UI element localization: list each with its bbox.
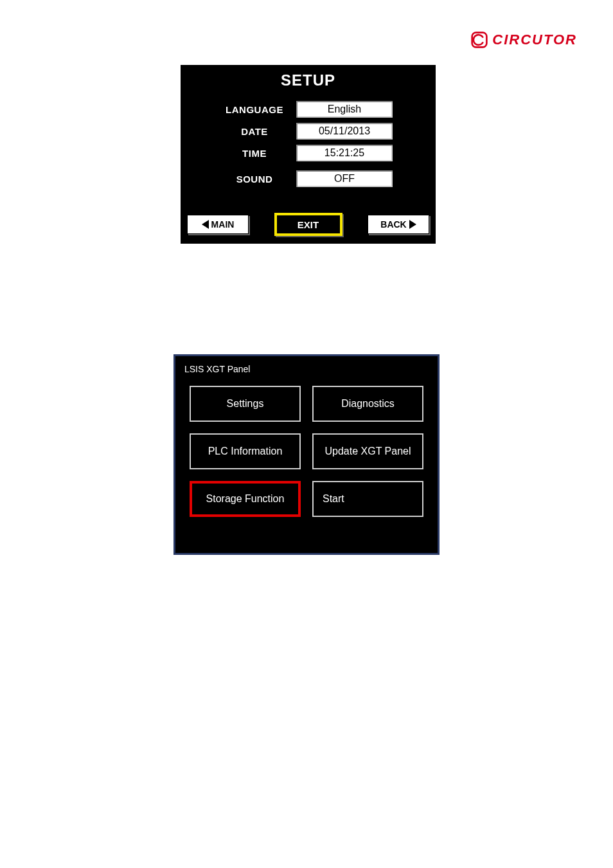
diagnostics-button-label: Diagnostics — [341, 398, 395, 410]
start-button[interactable]: Start — [312, 481, 423, 517]
brand-text: CIRCUTOR — [492, 32, 577, 48]
arrow-left-icon — [202, 220, 209, 229]
exit-button[interactable]: EXIT — [274, 213, 342, 236]
setup-row-sound: SOUND OFF — [181, 168, 436, 190]
xgt-grid: Settings Diagnostics PLC Information Upd… — [175, 386, 438, 517]
storage-function-button-label: Storage Function — [206, 493, 285, 505]
brand-icon — [470, 31, 488, 49]
plc-information-button-label: PLC Information — [208, 446, 283, 457]
setup-buttons: MAIN EXIT BACK — [187, 213, 429, 236]
time-value[interactable]: 15:21:25 — [296, 145, 393, 161]
plc-information-button[interactable]: PLC Information — [190, 433, 301, 469]
exit-button-label: EXIT — [298, 219, 319, 230]
back-button-label: BACK — [380, 219, 406, 230]
settings-button-label: Settings — [227, 398, 264, 410]
sound-label: SOUND — [213, 174, 296, 185]
xgt-panel: LSIS XGT Panel Settings Diagnostics PLC … — [173, 354, 440, 555]
diagnostics-button[interactable]: Diagnostics — [312, 386, 423, 422]
language-label: LANGUAGE — [213, 104, 296, 115]
arrow-right-icon — [409, 220, 416, 229]
update-xgt-panel-button[interactable]: Update XGT Panel — [312, 433, 423, 469]
xgt-title: LSIS XGT Panel — [175, 356, 438, 386]
update-xgt-panel-button-label: Update XGT Panel — [324, 446, 411, 457]
brand-logo: CIRCUTOR — [470, 31, 577, 49]
setup-panel: SETUP LANGUAGE English DATE 05/11/2013 T… — [181, 65, 436, 244]
setup-title: SETUP — [181, 71, 436, 89]
main-button[interactable]: MAIN — [187, 215, 249, 234]
back-button[interactable]: BACK — [368, 215, 429, 234]
sound-value[interactable]: OFF — [296, 170, 393, 187]
language-value[interactable]: English — [296, 101, 393, 118]
setup-row-date: DATE 05/11/2013 — [181, 120, 436, 142]
start-button-label: Start — [323, 493, 344, 505]
time-label: TIME — [213, 148, 296, 159]
storage-function-button[interactable]: Storage Function — [190, 481, 301, 517]
date-value[interactable]: 05/11/2013 — [296, 123, 393, 140]
date-label: DATE — [213, 126, 296, 137]
settings-button[interactable]: Settings — [190, 386, 301, 422]
main-button-label: MAIN — [211, 219, 235, 230]
setup-row-time: TIME 15:21:25 — [181, 142, 436, 164]
setup-row-language: LANGUAGE English — [181, 98, 436, 120]
